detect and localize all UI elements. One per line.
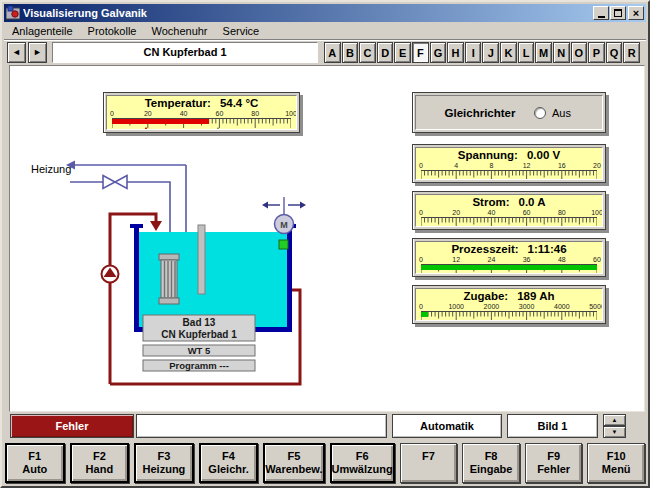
fkey-f6-button[interactable]: F6Umwälzung (330, 443, 395, 483)
bad-number: Bad 13 (183, 317, 216, 328)
motor-status-led (279, 240, 288, 249)
nav-row: ◄ ► CN Kupferbad 1 ABCDEFGHIJKLMNOPQR (2, 42, 648, 63)
rectifier-off-indicator[interactable] (534, 107, 546, 119)
fkey-f2-button[interactable]: F2Hand (70, 443, 130, 483)
close-button[interactable]: × (628, 6, 644, 20)
title-bar: Visualisierung Galvanik × (4, 4, 646, 22)
motor-arrow-right-head-icon (300, 202, 306, 209)
heat-exchanger-top-cap (159, 254, 179, 260)
letter-n-button[interactable]: N (553, 42, 570, 63)
letter-i-button[interactable]: I (465, 42, 482, 63)
letter-r-button[interactable]: R (623, 42, 640, 63)
status-row: Fehler Automatik Bild 1 ▲ ▼ (2, 414, 648, 439)
process-diagram: Heizung M (13, 142, 325, 404)
letter-f-button[interactable]: F (412, 42, 429, 63)
letter-b-button[interactable]: B (342, 42, 359, 63)
maximize-button[interactable] (610, 6, 626, 20)
letter-d-button[interactable]: D (377, 42, 394, 63)
zugabe-gauge: Zugabe: 189 Ah 010002000300040005000 (412, 285, 606, 324)
fkey-f5-button[interactable]: F5Warenbew. (263, 443, 324, 483)
temperatur-title: Temperatur: 54.4 °C (112, 96, 291, 110)
error-indicator[interactable]: Fehler (10, 414, 134, 438)
prozesszeit-gauge: Prozesszeit: 1:11:46 01224364860 (412, 238, 606, 277)
app-icon (6, 6, 20, 20)
electrode-bar (198, 225, 205, 294)
zugabe-value: 189 Ah (517, 289, 554, 303)
temperatur-value: 54.4 °C (220, 96, 258, 110)
arrow-left-icon: ◄ (12, 47, 21, 57)
fkey-f7-button[interactable]: F7 (400, 443, 458, 483)
motor-arrow-left-head-icon (262, 202, 268, 209)
valve-icon[interactable] (103, 176, 115, 189)
letter-g-button[interactable]: G (430, 42, 447, 63)
letter-e-button[interactable]: E (394, 42, 411, 63)
letter-c-button[interactable]: C (359, 42, 376, 63)
menu-service[interactable]: Service (223, 25, 260, 37)
strom-title: Strom: 0.0 A (421, 195, 597, 209)
motor-label: M (280, 220, 288, 230)
heat-exchanger-bottom-cap (159, 298, 179, 304)
rectifier-panel: Gleichrichter Aus (412, 92, 606, 133)
prozesszeit-title: Prozesszeit: 1:11:46 (421, 242, 597, 256)
letter-h-button[interactable]: H (447, 42, 464, 63)
bild-up-button[interactable]: ▲ (603, 414, 626, 426)
function-key-bar: F1AutoF2HandF3HeizungF4Gleichr.F5Warenbe… (5, 443, 645, 483)
main-panel: Temperatur: 54.4 °C 020406080100 Gleichr… (9, 65, 645, 412)
temperatur-gauge: Temperatur: 54.4 °C 020406080100 (103, 92, 300, 133)
minimize-button[interactable] (593, 6, 609, 20)
menu-anlagenteile[interactable]: Anlagenteile (12, 25, 73, 37)
letter-a-button[interactable]: A (324, 42, 341, 63)
valve-icon-right (115, 176, 127, 189)
heizung-label: Heizung (31, 163, 71, 175)
spannung-value: 0.00 V (527, 148, 560, 162)
wt-label: WT 5 (188, 345, 211, 356)
menu-wochenuhr[interactable]: Wochenuhr (151, 25, 207, 37)
next-bath-button[interactable]: ► (28, 42, 47, 63)
tank-lip-left (130, 224, 143, 228)
letter-k-button[interactable]: K (500, 42, 517, 63)
letter-l-button[interactable]: L (518, 42, 535, 63)
spannung-title: Spannung: 0.00 V (421, 148, 597, 162)
window-title: Visualisierung Galvanik (23, 7, 592, 19)
fkey-f10-button[interactable]: F10Menü (587, 443, 645, 483)
prev-bath-button[interactable]: ◄ (7, 42, 26, 63)
arrow-down-icon: ▼ (612, 429, 618, 435)
menu-separator (4, 39, 646, 41)
letter-o-button[interactable]: O (571, 42, 588, 63)
pipe-inlet-arrow-icon (150, 221, 162, 231)
rectifier-state: Aus (552, 107, 592, 119)
letter-j-button[interactable]: J (482, 42, 499, 63)
programm-label: Programm --- (169, 360, 229, 371)
fkey-f4-button[interactable]: F4Gleichr. (199, 443, 259, 483)
bad-name: CN Kupferbad 1 (161, 329, 237, 340)
menu-bar: AnlagenteileProtokolleWochenuhrService (4, 23, 646, 38)
arrow-right-icon: ► (33, 47, 42, 57)
strom-gauge: Strom: 0.0 A 020406080100 (412, 191, 606, 230)
menu-protokolle[interactable]: Protokolle (88, 25, 137, 37)
prozesszeit-scale: 01224364860 (421, 256, 597, 274)
tank-wall-left (134, 224, 139, 332)
letter-button-row: ABCDEFGHIJKLMNOPQR (324, 42, 640, 63)
zugabe-scale: 010002000300040005000 (421, 303, 597, 321)
fkey-f8-button[interactable]: F8Eingabe (462, 443, 520, 483)
letter-q-button[interactable]: Q (606, 42, 623, 63)
fkey-f3-button[interactable]: F3Heizung (134, 443, 194, 483)
strom-scale: 020406080100 (421, 209, 597, 227)
bild-spinner: ▲ ▼ (603, 414, 626, 438)
letter-p-button[interactable]: P (588, 42, 605, 63)
bath-name-field[interactable]: CN Kupferbad 1 (52, 42, 318, 63)
strom-value: 0.0 A (519, 195, 546, 209)
mode-indicator[interactable]: Automatik (392, 414, 502, 438)
bild-indicator[interactable]: Bild 1 (507, 414, 598, 438)
zugabe-title: Zugabe: 189 Ah (421, 289, 597, 303)
bild-down-button[interactable]: ▼ (603, 426, 626, 438)
app-window: Visualisierung Galvanik × AnlagenteilePr… (0, 0, 650, 488)
letter-m-button[interactable]: M (535, 42, 552, 63)
temperatur-scale: 020406080100 (112, 110, 291, 130)
fkey-f9-button[interactable]: F9Fehler (525, 443, 583, 483)
message-field (136, 414, 387, 438)
rectifier-label: Gleichrichter (426, 107, 534, 119)
fkey-f1-button[interactable]: F1Auto (5, 443, 65, 483)
arrow-up-icon: ▲ (612, 417, 618, 423)
spannung-gauge: Spannung: 0.00 V 048121620 (412, 144, 606, 183)
